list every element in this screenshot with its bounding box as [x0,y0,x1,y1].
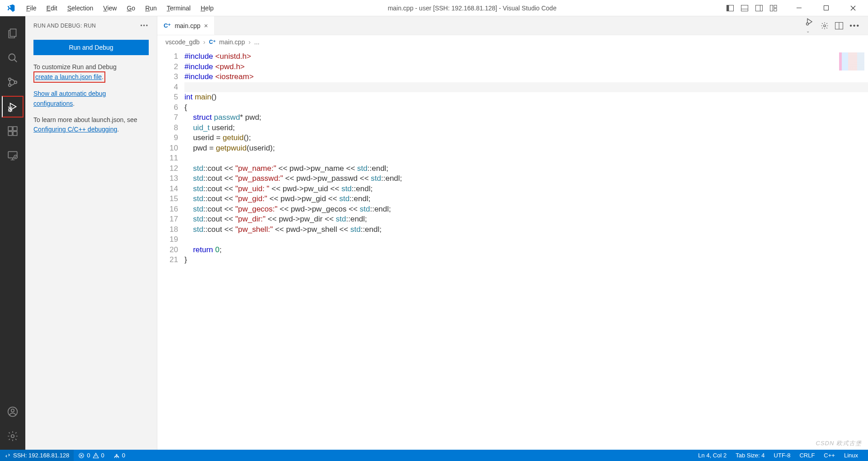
menu-bar: File Edit Selection View Go Run Terminal… [22,3,218,14]
cpp-file-icon: C⁺ [164,22,171,29]
run-debug-play-icon[interactable]: ⌄ [805,17,814,34]
create-launch-json-link[interactable]: create a launch.json file [35,73,102,80]
menu-terminal[interactable]: Terminal [162,3,195,14]
tab-bar: C⁺ main.cpp × ⌄ ••• [157,16,868,35]
settings-gear-icon[interactable] [2,425,24,447]
titlebar: File Edit Selection View Go Run Terminal… [0,0,868,16]
vscode-logo-icon [0,4,22,13]
svg-rect-1 [727,5,729,11]
svg-point-26 [11,435,14,438]
breadcrumb-more[interactable]: ... [254,38,259,46]
svg-rect-11 [824,6,828,10]
tab-main-cpp[interactable]: C⁺ main.cpp × [157,16,215,35]
remote-explorer-icon[interactable] [2,145,24,166]
code-lines[interactable]: #include <unistd.h>#include <pwd.h>#incl… [184,49,868,450]
breadcrumb[interactable]: vscode_gdb › C⁺ main.cpp › ... [157,35,868,49]
menu-go[interactable]: Go [122,3,140,14]
svg-point-14 [9,78,11,80]
svg-rect-10 [797,8,802,8]
menu-edit[interactable]: Edit [42,3,62,14]
run-debug-icon[interactable] [2,96,24,118]
close-button[interactable] [843,0,863,16]
layout-customize-icon[interactable] [769,4,778,12]
svg-rect-7 [770,5,773,11]
sidebar: RUN AND DEBUG: RUN ••• Run and Debug To … [25,16,157,450]
run-and-debug-button[interactable]: Run and Debug [33,40,149,55]
sidebar-title: RUN AND DEBUG: RUN [33,23,96,29]
svg-point-15 [9,84,11,86]
svg-point-13 [9,54,15,60]
svg-rect-3 [741,9,748,11]
layout-right-icon[interactable] [755,4,763,12]
status-encoding[interactable]: UTF-8 [769,452,795,459]
activity-bar [0,16,25,450]
cpp-file-icon: C⁺ [209,39,216,45]
accounts-icon[interactable] [2,401,24,423]
minimap[interactable] [839,52,864,71]
status-eol[interactable]: CRLF [795,452,819,459]
breadcrumb-file[interactable]: main.cpp [219,38,245,46]
svg-rect-12 [10,29,16,36]
code-editor[interactable]: 123456789101112131415161718192021 #inclu… [157,49,868,450]
status-tabsize[interactable]: Tab Size: 4 [731,452,769,459]
window-title: main.cpp - user [SSH: 192.168.81.128] - … [218,5,726,12]
line-gutter: 123456789101112131415161718192021 [157,49,184,450]
editor-more-icon[interactable]: ••• [849,22,860,30]
svg-rect-8 [774,5,777,8]
configure-cpp-debug-link[interactable]: Configuring C/C++ debugging [33,126,117,133]
show-auto-debug-link[interactable]: Show all automatic debug configurations [33,90,106,107]
status-ports[interactable]: 0 [109,452,130,459]
layout-bottom-icon[interactable] [741,4,749,12]
svg-rect-21 [13,127,17,131]
menu-help[interactable]: Help [196,3,218,14]
remote-indicator[interactable]: SSH: 192.168.81.128 [0,450,74,461]
status-problems[interactable]: 0 0 [74,452,108,459]
tab-close-icon[interactable]: × [204,22,208,29]
watermark: CSDN 欧式古堡 [816,439,862,447]
tab-label: main.cpp [175,22,200,29]
svg-rect-20 [13,132,17,136]
split-editor-icon[interactable] [835,22,843,29]
customize-text: To customize Run and Debug [33,63,117,71]
chevron-right-icon: › [203,38,206,46]
explorer-icon[interactable] [2,23,24,44]
svg-rect-5 [756,5,763,11]
menu-file[interactable]: File [22,3,41,14]
svg-point-16 [14,81,17,83]
more-icon[interactable]: ••• [140,23,149,29]
menu-view[interactable]: View [99,3,121,14]
status-os[interactable]: Linux [840,452,863,459]
svg-rect-9 [774,9,777,11]
status-bar: SSH: 192.168.81.128 0 0 0 Ln 4, Col 2 Ta… [0,450,868,461]
status-cursor[interactable]: Ln 4, Col 2 [693,452,731,459]
search-icon[interactable] [2,47,24,69]
learn-more-text: To learn more about launch.json, see [33,116,137,123]
menu-run[interactable]: Run [141,3,161,14]
breadcrumb-folder[interactable]: vscode_gdb [165,38,200,46]
minimize-button[interactable] [788,0,809,16]
svg-rect-19 [8,132,12,136]
chevron-right-icon: › [249,38,251,46]
extensions-icon[interactable] [2,120,24,142]
editor-settings-gear-icon[interactable] [821,22,829,30]
menu-selection[interactable]: Selection [63,3,98,14]
source-control-icon[interactable] [2,71,24,93]
status-language[interactable]: C++ [819,452,840,459]
svg-point-27 [807,23,809,25]
svg-point-32 [116,454,117,455]
layout-left-icon[interactable] [726,4,734,12]
svg-rect-18 [8,127,12,131]
maximize-button[interactable] [816,0,836,16]
svg-point-25 [11,409,14,412]
svg-point-28 [824,24,826,27]
editor-area: C⁺ main.cpp × ⌄ ••• vscode_gdb › C⁺ main… [157,16,868,450]
